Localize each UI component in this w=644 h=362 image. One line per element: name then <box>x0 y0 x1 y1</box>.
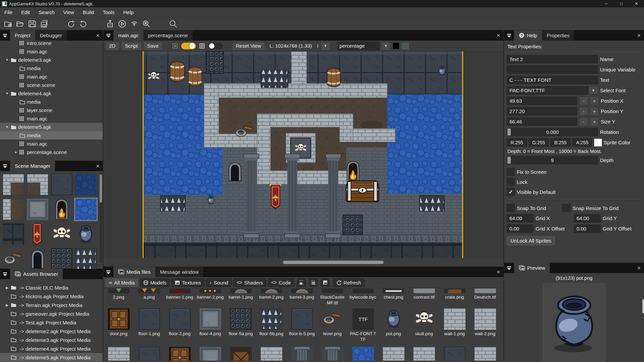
asset-item-ricktris-agk-project-media[interactable]: -> Ricktris.agk Project Media <box>0 292 103 301</box>
depth-slider[interactable]: 9 <box>507 156 598 164</box>
name-field[interactable] <box>507 55 598 63</box>
media-file-floor-4-png[interactable]: floor-4.png <box>195 308 226 342</box>
media-file-banner-1-png[interactable]: banner-1.png <box>164 289 195 306</box>
media-file[interactable] <box>439 347 470 361</box>
media-file-pac-font-ttf[interactable]: TTFPAC-FONT.TTF <box>348 308 378 342</box>
scene-tile-pan[interactable] <box>3 248 24 269</box>
tab-debugger[interactable]: Debugger <box>35 30 67 41</box>
grid-x-field[interactable] <box>507 214 534 222</box>
chevron-down-icon[interactable]: ▼ <box>589 86 598 95</box>
grid-dashed-icon[interactable] <box>171 42 179 50</box>
scene-tile-water-dim[interactable] <box>75 174 97 195</box>
unlock-all-sprites-button[interactable]: UnLock All Sprites <box>507 236 555 245</box>
asset-item-deleteme3-agk-project-media[interactable]: -> deleteme3.agk Project Media <box>0 335 103 344</box>
color-r-field[interactable]: R:255 <box>507 138 527 147</box>
chevron-down-icon[interactable]: ▼ <box>321 42 330 50</box>
media-file-floor-5a-png[interactable]: floor-5a.png <box>226 308 256 342</box>
menu-build[interactable]: Build <box>79 7 98 17</box>
increment-button[interactable]: + <box>590 107 599 115</box>
media-file[interactable] <box>134 347 164 361</box>
script-button[interactable]: Script <box>121 42 141 50</box>
new-project-icon[interactable] <box>2 18 14 29</box>
scene-manager-scrollbar[interactable] <box>100 172 102 263</box>
media-file[interactable] <box>226 347 256 361</box>
scene-tile-studs[interactable] <box>51 248 72 269</box>
media-file-barrel-2-png[interactable]: barrel-2.png <box>256 289 287 306</box>
decrement-button[interactable]: - <box>579 117 588 126</box>
asset-item-deleteme2-agk-project-media[interactable]: -> deleteme2.agk Project Media <box>0 327 103 335</box>
tree-item-intro-scene[interactable]: intro.scene <box>0 41 103 47</box>
media-file-floor-1-png[interactable]: floor-1.png <box>134 308 164 342</box>
panel-menu-icon[interactable] <box>0 269 10 279</box>
position-y-field[interactable] <box>507 107 577 115</box>
sprite-color-swatch[interactable] <box>594 139 602 147</box>
scene-tile-wall-c[interactable] <box>3 199 24 220</box>
media-file[interactable] <box>103 347 134 361</box>
menu-help[interactable]: Help <box>119 7 138 17</box>
close-icon[interactable]: ✕ <box>634 263 644 273</box>
unique-variable-field[interactable] <box>507 65 598 74</box>
save-all-icon[interactable] <box>38 18 50 29</box>
filter-shaders[interactable]: <>Shaders <box>233 278 266 287</box>
media-file-barrel-1-png[interactable]: barrel-1.png <box>226 289 256 306</box>
media-file[interactable] <box>195 347 226 361</box>
media-file-floor-b-5-png[interactable]: floor-b-5.png <box>287 308 317 342</box>
scrollbar-thumb[interactable] <box>283 261 384 264</box>
tab-project[interactable]: Project <box>10 30 35 41</box>
asset-item-terrain-agk-project-media[interactable]: ▶-> Terrain.agk Project Media <box>0 301 103 309</box>
scrollbar-thumb[interactable] <box>100 174 102 203</box>
visible-by-default-checkbox[interactable]: ✓ <box>507 188 515 196</box>
grid-x-offset-field[interactable] <box>507 224 534 233</box>
lock-checkbox[interactable]: ✓ <box>507 178 515 186</box>
secondary-color-swatch[interactable] <box>402 42 409 50</box>
media-file-crate-png[interactable]: crate.png <box>439 289 470 306</box>
open-project-icon[interactable] <box>14 18 26 29</box>
minimize-button[interactable]: ─ <box>599 0 614 7</box>
selection-icon[interactable] <box>297 278 306 287</box>
tab-assets-browser[interactable]: Assets Browser <box>10 269 63 279</box>
size-y-field[interactable] <box>507 117 577 126</box>
snap-to-grid-checkbox[interactable]: ✓ <box>507 204 515 212</box>
tree-item-layer-scene[interactable]: layer.scene <box>0 106 103 114</box>
expander-icon[interactable]: ▼ <box>3 125 11 129</box>
scene-canvas[interactable] <box>103 51 503 258</box>
save-icon[interactable] <box>26 18 38 29</box>
color-g-field[interactable]: G:255 <box>529 138 549 147</box>
grid-icon[interactable] <box>198 42 206 50</box>
tree-item-deleteme5-agk[interactable]: ▼deleteme5.agk <box>0 123 103 131</box>
scene-tile-wall-b[interactable] <box>27 174 48 195</box>
panel-scrollbar-thumb[interactable] <box>642 299 644 313</box>
redo-icon[interactable] <box>77 18 89 29</box>
panel-menu-icon[interactable] <box>504 30 514 41</box>
filter-sound[interactable]: ♪Sound <box>206 278 232 287</box>
tab-percentage-scene[interactable]: percentage.scene <box>143 30 193 41</box>
scene-tile-wall-a[interactable] <box>3 174 24 195</box>
menu-search[interactable]: Search <box>34 7 59 17</box>
media-file[interactable] <box>164 347 195 361</box>
asset-item-gameover-agk-project-media[interactable]: -> gameover.agk Project Media <box>0 309 103 318</box>
media-file-floor-2-png[interactable]: floor-2.png <box>164 308 195 342</box>
media-file[interactable] <box>348 347 378 361</box>
media-file-door-png[interactable]: door.png <box>103 308 134 342</box>
run-icon[interactable] <box>116 18 128 29</box>
undo-icon[interactable] <box>65 18 77 29</box>
scene-tile-slab[interactable] <box>27 199 48 220</box>
tab-main-agc[interactable]: main.agc <box>113 30 143 41</box>
reset-view-button[interactable]: Reset View <box>232 42 265 50</box>
tree-item-main-agc[interactable]: main.agc <box>0 72 103 81</box>
tree-item-media[interactable]: media <box>0 131 103 140</box>
tab-properties[interactable]: Properties <box>542 30 574 41</box>
tree-item-main-agc[interactable]: main.agc <box>0 47 103 56</box>
close-icon[interactable]: ✕ <box>493 30 503 41</box>
tree-item-media[interactable]: media <box>0 98 103 106</box>
scene-tile-spikes[interactable] <box>75 248 97 269</box>
tree-item-main-agc[interactable]: main.agc <box>0 140 103 148</box>
grid-visibility-toggle[interactable] <box>208 43 223 49</box>
media-file-wall-2-png[interactable]: wall-2.png <box>470 308 500 342</box>
scene-tile-skull[interactable] <box>51 223 72 245</box>
grid-y-offset-field[interactable] <box>574 224 601 233</box>
menu-view[interactable]: View <box>59 7 79 17</box>
close-icon[interactable]: ✕ <box>93 30 103 41</box>
media-file-wall-1-png[interactable]: wall-1.png <box>439 308 470 342</box>
position-x-field[interactable] <box>507 97 577 105</box>
